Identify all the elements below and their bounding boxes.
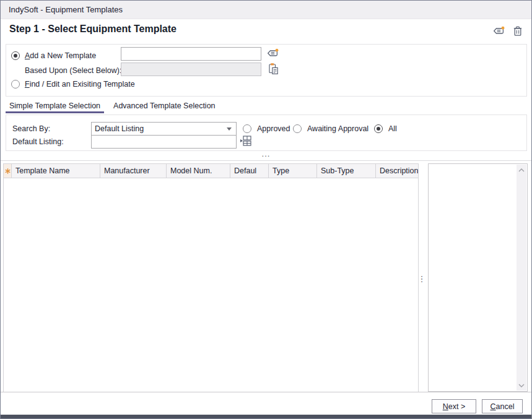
vertical-splitter[interactable]: ⋮ [417, 271, 427, 287]
find-edit-template-radio[interactable] [11, 80, 20, 89]
column-header-template-name[interactable]: Template Name [12, 164, 100, 178]
all-label: All [388, 124, 397, 133]
splitter-line [1, 160, 531, 161]
grid-header-row: Template Name Manufacturer Model Num. De… [4, 163, 418, 178]
cancel-button[interactable]: Cancel [482, 399, 523, 413]
approved-label: Approved [257, 124, 290, 133]
window-titlebar[interactable]: IndySoft - Equipment Templates [1, 1, 531, 19]
column-header-default[interactable]: Defaul [230, 164, 269, 178]
based-upon-label: Based Upon (Select Below): [25, 66, 121, 75]
add-new-template-label: Add a New Template [25, 51, 96, 60]
column-header-description[interactable]: Description [376, 164, 418, 178]
page-title: Step 1 - Select Equipment Template [9, 24, 177, 35]
horizontal-splitter[interactable]: ... [1, 151, 531, 159]
chevron-down-icon [227, 127, 232, 131]
template-mode-group: Add a New Template Based Upon (Select Be… [6, 44, 527, 97]
content-bottom-divider [1, 392, 531, 392]
tab-advanced-template-selection[interactable]: Advanced Template Selection [110, 100, 219, 113]
window-bottom-bar [1, 415, 531, 418]
required-marker-column-header[interactable] [4, 164, 12, 178]
based-upon-paste-icon[interactable] [268, 63, 279, 75]
delete-template-icon[interactable] [513, 25, 523, 37]
approved-radio-group[interactable]: Approved [243, 122, 290, 136]
tab-simple-template-selection[interactable]: Simple Template Selection [6, 100, 104, 113]
header-toolbar [492, 25, 523, 37]
new-template-name-icon[interactable] [266, 48, 279, 59]
awaiting-approval-label: Awaiting Approval [307, 124, 368, 133]
grid-body-empty[interactable] [4, 178, 418, 392]
approved-radio[interactable] [243, 124, 251, 133]
default-listing-label: Default Listing: [12, 135, 64, 149]
description-scrollbar[interactable] [517, 165, 526, 391]
add-new-template-radio[interactable] [11, 51, 20, 60]
column-header-manufacturer[interactable]: Manufacturer [100, 164, 167, 178]
column-header-model-num[interactable]: Model Num. [167, 164, 230, 178]
all-radio[interactable] [374, 124, 383, 133]
template-results-grid[interactable]: Template Name Manufacturer Model Num. De… [3, 163, 419, 392]
all-radio-group[interactable]: All [374, 122, 397, 136]
search-by-dropdown[interactable]: Default Listing [91, 122, 237, 136]
search-by-label: Search By: [12, 122, 50, 136]
default-listing-input[interactable] [91, 135, 237, 149]
next-button[interactable]: Next > [432, 399, 476, 413]
default-listing-lookup-icon[interactable] [240, 136, 251, 146]
description-panel [428, 163, 528, 392]
new-template-name-input[interactable] [121, 47, 261, 61]
simple-search-group: Search By: Default Listing Approved Awai… [6, 114, 527, 151]
scroll-down-icon[interactable] [517, 380, 526, 391]
template-selection-tabs: Simple Template Selection Advanced Templ… [6, 100, 219, 113]
column-header-type[interactable]: Type [269, 164, 317, 178]
scroll-up-icon[interactable] [517, 165, 526, 175]
based-upon-input [121, 63, 261, 76]
search-by-value: Default Listing [95, 124, 144, 133]
find-edit-template-label: Find / Edit an Exisiting Template [25, 80, 135, 89]
awaiting-approval-radio-group[interactable]: Awaiting Approval [293, 122, 368, 136]
orange-asterisk-icon [5, 168, 11, 174]
column-header-sub-type[interactable]: Sub-Type [317, 164, 376, 178]
window-title: IndySoft - Equipment Templates [9, 5, 123, 14]
equipment-templates-window: IndySoft - Equipment Templates Step 1 - … [0, 0, 532, 419]
awaiting-approval-radio[interactable] [293, 124, 302, 133]
new-template-icon[interactable] [492, 26, 505, 37]
